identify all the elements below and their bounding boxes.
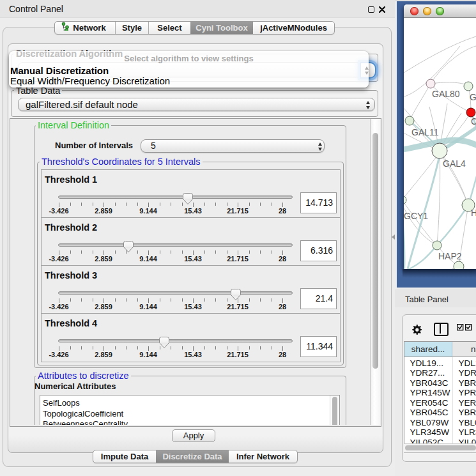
svg-text:GCY1: GCY1 <box>404 211 428 221</box>
svg-text:H: H <box>471 208 476 218</box>
svg-text:GAL4: GAL4 <box>443 158 466 169</box>
svg-text:C: C <box>471 116 476 127</box>
svg-text:GA: GA <box>470 92 476 102</box>
svg-text:GAL80: GAL80 <box>432 89 460 99</box>
svg-text:HAP2: HAP2 <box>438 251 462 261</box>
svg-text:GAL11: GAL11 <box>411 127 439 137</box>
